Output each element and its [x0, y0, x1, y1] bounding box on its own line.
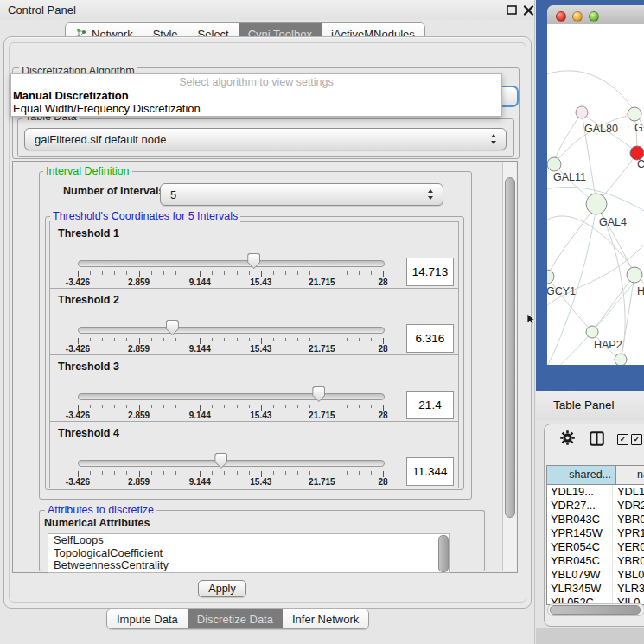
close-icon[interactable] — [522, 4, 535, 16]
tick-mark — [237, 271, 238, 275]
checkbox-icon[interactable]: ✓ — [631, 434, 642, 445]
table-data-combo[interactable]: galFiltered.sif default node — [24, 128, 507, 150]
network-edge — [592, 275, 634, 332]
table-row[interactable]: YDR27...YDR2 — [547, 499, 644, 513]
network-window-titlebar[interactable] — [547, 5, 644, 25]
tick-mark — [139, 338, 140, 344]
numerical-attributes-label: Numerical Attributes — [44, 517, 150, 529]
tick-mark — [188, 271, 188, 275]
tick-mark — [335, 271, 335, 275]
number-of-intervals-value: 5 — [161, 188, 176, 201]
tick-mark — [78, 405, 79, 411]
tab-impute-data[interactable]: Impute Data — [107, 609, 188, 628]
network-edge — [554, 112, 582, 164]
network-node[interactable] — [586, 326, 598, 338]
interval-definition-label: Interval Definition — [43, 165, 132, 177]
tick-mark — [151, 338, 152, 341]
threshold-slider-track[interactable] — [78, 460, 385, 467]
number-of-intervals-spinner[interactable]: 5 — [160, 183, 443, 206]
network-node[interactable] — [627, 267, 642, 283]
column-header-name[interactable]: na — [616, 466, 644, 485]
tick-mark — [163, 271, 164, 275]
network-node[interactable] — [547, 270, 554, 284]
tick-label: 21.715 — [301, 411, 342, 420]
vertical-scrollbar-thumb[interactable] — [505, 177, 515, 518]
tick-mark — [347, 471, 348, 475]
tick-mark — [224, 405, 225, 408]
table-row[interactable]: YDL19...YDL1 — [547, 485, 644, 499]
algorithm-option-equal-width[interactable]: Equal Width/Frequency Discretization — [11, 102, 501, 115]
apply-button[interactable]: Apply — [198, 580, 246, 597]
mac-close-icon[interactable] — [556, 11, 566, 22]
cell-shared-name: YBR043C — [551, 513, 600, 526]
tab-label-discretize-data: Discretize Data — [197, 613, 273, 626]
tick-mark — [175, 405, 176, 408]
attribute-list-item[interactable]: SelfLoops — [48, 534, 449, 547]
tick-mark — [285, 338, 286, 341]
network-canvas[interactable]: GAL80GCGAL11GAL4GCY1HHAP2 — [547, 24, 644, 365]
tick-mark — [200, 405, 201, 411]
background-strip — [536, 628, 644, 644]
tick-mark — [224, 271, 225, 275]
float-window-icon[interactable] — [506, 4, 519, 16]
tick-mark — [114, 271, 115, 275]
algorithm-dropdown-popup: Select algorithm to view settings Manual… — [10, 73, 502, 117]
split-columns-icon[interactable] — [590, 431, 604, 450]
threshold-value-field[interactable]: 14.713 — [406, 258, 454, 286]
control-panel: Control Panel NetworkStyleSelectCyni Too… — [0, 0, 535, 644]
tick-mark — [126, 405, 127, 408]
tab-infer-network[interactable]: Infer Network — [283, 609, 368, 628]
mac-zoom-icon[interactable] — [589, 11, 599, 22]
tab-label-infer-network: Infer Network — [292, 613, 359, 626]
numerical-attributes-list[interactable]: SelfLoopsTopologicalCoefficientBetweenne… — [48, 533, 450, 573]
spinner-arrows-icon — [427, 188, 435, 201]
tick-mark — [249, 471, 250, 475]
threshold-value-field[interactable]: 21.4 — [406, 391, 454, 419]
table-row[interactable]: YBL079WYBL0 — [547, 568, 644, 582]
network-node[interactable] — [576, 106, 588, 118]
network-node[interactable] — [547, 157, 561, 171]
horizontal-scrollbar-thumb[interactable] — [550, 605, 641, 615]
network-node[interactable] — [586, 194, 607, 214]
threshold-value-field[interactable]: 6.316 — [406, 324, 454, 353]
attribute-list-item[interactable]: BetweennessCentrality — [48, 559, 449, 572]
tick-label: 9.144 — [179, 277, 220, 287]
checkbox-icon[interactable]: ✓ — [617, 434, 628, 445]
tick-mark — [151, 471, 152, 475]
table-row[interactable]: YBR043CYBR0 — [547, 513, 644, 526]
combo-arrows-icon — [490, 133, 498, 145]
control-panel-titlebar: Control Panel — [0, 0, 534, 20]
table-row[interactable]: YLR345WYLR3 — [547, 582, 644, 596]
network-node[interactable] — [628, 107, 641, 121]
mac-minimize-icon[interactable] — [572, 11, 583, 22]
tick-mark — [371, 271, 372, 275]
column-header-shared-name[interactable]: shared... — [547, 466, 616, 485]
table-row[interactable]: YER054CYER0 — [547, 540, 644, 554]
network-node[interactable] — [615, 354, 627, 365]
tick-mark — [371, 471, 372, 475]
tick-mark — [285, 271, 286, 275]
threshold-slider-track[interactable] — [78, 393, 385, 400]
tick-mark — [322, 338, 322, 344]
threshold-value-field[interactable]: 11.344 — [406, 457, 454, 486]
tick-mark — [102, 471, 103, 475]
node-attribute-table: shared... na YDL19...YDL1YDR27...YDR2YBR… — [546, 465, 644, 605]
tab-discretize-data[interactable]: Discretize Data — [188, 609, 283, 628]
tick-mark — [126, 471, 127, 475]
algorithm-option-manual[interactable]: Manual Discretization — [11, 89, 501, 102]
threshold-row: Threshold 2-3.4262.8599.14415.4321.71528… — [49, 288, 459, 355]
threshold-row: Threshold 1-3.4262.8599.14415.4321.71528… — [49, 221, 459, 289]
threshold-slider-track[interactable] — [78, 260, 385, 267]
threshold-slider-track[interactable] — [78, 327, 385, 334]
table-row[interactable]: YBR045CYBR0 — [547, 554, 644, 568]
table-row[interactable]: YPR145WYPR1 — [547, 526, 644, 540]
number-of-intervals-label: Number of Intervals — [63, 185, 164, 197]
tick-mark — [114, 338, 115, 341]
network-node-label: GAL11 — [553, 171, 586, 183]
attribute-list-item[interactable]: TopologicalCoefficient — [48, 547, 449, 560]
gear-icon[interactable] — [559, 430, 576, 450]
threshold-label: Threshold 1 — [58, 227, 119, 239]
attributes-group-label: Attributes to discretize — [45, 504, 156, 516]
tick-label: 21.715 — [301, 477, 342, 487]
attributes-list-scrollbar-thumb[interactable] — [438, 535, 449, 572]
